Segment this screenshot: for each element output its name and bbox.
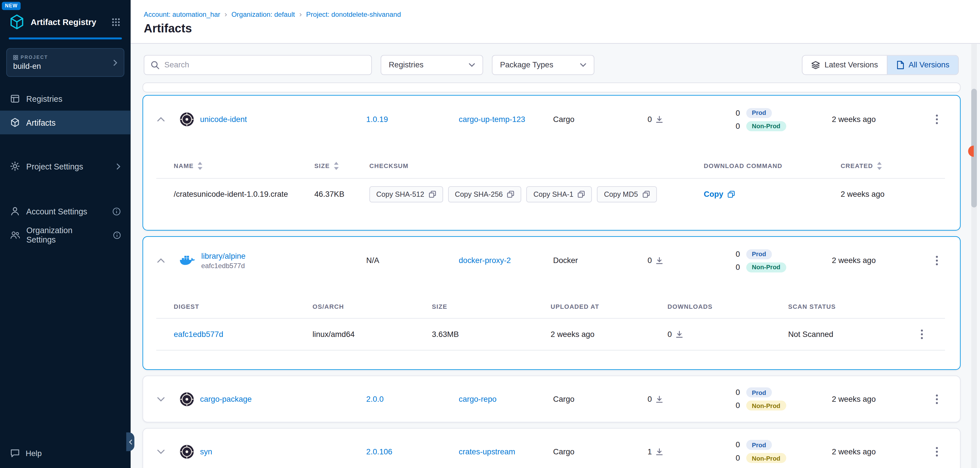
file-name: /cratesunicode-ident-1.0.19.crate <box>173 190 314 199</box>
row-menu-button[interactable] <box>929 391 945 407</box>
help-label: Help <box>25 449 42 458</box>
chevron-left-icon <box>129 439 132 445</box>
column-header-scan-status: SCAN STATUS <box>788 303 914 310</box>
search-box <box>144 55 372 75</box>
row-menu-button[interactable] <box>929 111 945 127</box>
prod-badge: Prod <box>746 440 772 450</box>
sidebar-item-organization-settings[interactable]: Organization Settings <box>0 223 131 247</box>
registries-filter-dropdown[interactable]: Registries <box>380 55 483 75</box>
artifact-name-link[interactable]: syn <box>200 447 212 456</box>
sidebar-item-artifacts[interactable]: Artifacts <box>0 111 131 134</box>
breadcrumb-account[interactable]: Account: automation_har <box>144 11 220 18</box>
copy-button-label: Copy MD5 <box>604 191 638 198</box>
breadcrumb-organization[interactable]: Organization: default <box>231 11 295 18</box>
version-row: eafc1edb577d linux/amd64 3.63MB 2 weeks … <box>156 318 945 350</box>
expand-row-button[interactable] <box>143 396 171 401</box>
collapse-row-button[interactable] <box>143 258 171 263</box>
artifact-registry-link[interactable]: crates-upstream <box>459 447 553 456</box>
all-versions-button[interactable]: All Versions <box>887 56 958 75</box>
help-button[interactable]: Help <box>10 449 42 458</box>
digest-link[interactable]: eafc1edb577d <box>173 330 312 339</box>
column-header-checksum: CHECKSUM <box>369 162 704 169</box>
row-menu-button[interactable] <box>929 443 945 460</box>
main-content: Account: automation_har › Organization: … <box>131 0 980 468</box>
expand-row-button[interactable] <box>143 449 171 454</box>
cargo-icon <box>179 112 194 127</box>
artifact-download-count: 1 <box>648 447 652 456</box>
column-header-label: DOWNLOADS <box>668 303 713 310</box>
package-types-filter-dropdown[interactable]: Package Types <box>492 55 595 75</box>
kebab-menu-icon <box>935 114 938 124</box>
toolbar: Registries Package Types Latest Versions <box>131 44 980 75</box>
artifact-registry-link[interactable]: cargo-up-temp-123 <box>459 115 553 124</box>
breadcrumb-project[interactable]: Project: donotdelete-shivanand <box>306 11 401 18</box>
info-icon[interactable] <box>113 231 121 239</box>
breadcrumb: Account: automation_har › Organization: … <box>144 11 980 18</box>
file-row: /cratesunicode-ident-1.0.19.crate 46.37K… <box>156 178 945 202</box>
artifact-card-cargo-package: cargo-package 2.0.0 cargo-repo Cargo 0 0 <box>142 376 960 422</box>
project-selector[interactable]: PROJECT build-en <box>6 48 124 77</box>
column-header-uploaded-at: UPLOADED AT <box>550 303 667 310</box>
sidebar-item-account-settings[interactable]: Account Settings <box>0 199 131 223</box>
os-arch-value: linux/amd64 <box>312 330 432 339</box>
copy-sha256-button[interactable]: Copy SHA-256 <box>448 186 522 202</box>
chevron-down-icon <box>469 63 475 67</box>
artifact-registry-link[interactable]: cargo-repo <box>459 395 553 403</box>
module-grid-icon[interactable] <box>111 17 121 26</box>
artifact-card-syn: syn 2.0.106 crates-upstream Cargo 1 0 <box>142 428 960 468</box>
organization-icon <box>10 230 20 240</box>
cargo-icon <box>179 444 194 459</box>
chevron-right-icon <box>113 59 118 66</box>
column-header-name[interactable]: NAME <box>173 162 314 170</box>
column-header-created[interactable]: CREATED <box>841 162 945 170</box>
copy-download-command-button[interactable]: Copy <box>704 190 841 199</box>
column-header-size[interactable]: SIZE <box>314 162 369 170</box>
cargo-icon <box>179 392 194 407</box>
registries-icon <box>10 94 20 104</box>
partially-scrolled-card <box>142 83 960 92</box>
artifact-download-count: 0 <box>648 115 652 124</box>
download-icon <box>656 257 663 264</box>
artifact-download-count: 0 <box>648 256 652 265</box>
artifact-name-link[interactable]: unicode-ident <box>200 115 247 124</box>
row-menu-button[interactable] <box>914 326 930 342</box>
artifact-version-link[interactable]: 2.0.0 <box>366 395 459 403</box>
column-header-label: UPLOADED AT <box>550 303 599 310</box>
copy-sha512-button[interactable]: Copy SHA-512 <box>369 186 443 202</box>
prod-badge: Prod <box>746 108 772 118</box>
versions-view-toggle: Latest Versions All Versions <box>802 55 959 75</box>
artifact-registry-link[interactable]: docker-proxy-2 <box>459 256 553 265</box>
artifact-card-library-alpine: library/alpine eafc1edb577d N/A docker-p… <box>142 236 960 370</box>
page-title: Artifacts <box>144 22 980 35</box>
artifact-registry-logo-icon <box>9 14 25 30</box>
search-icon <box>151 60 159 69</box>
artifact-name-link[interactable]: library/alpine <box>201 252 245 261</box>
row-menu-button[interactable] <box>929 253 945 269</box>
artifact-version-link[interactable]: 2.0.106 <box>366 447 459 456</box>
search-input[interactable] <box>164 60 365 69</box>
sort-icon <box>197 162 203 170</box>
column-header-label: DOWNLOAD COMMAND <box>704 162 782 169</box>
uploaded-at-value: 2 weeks ago <box>550 330 667 339</box>
info-icon[interactable] <box>113 207 121 215</box>
file-created: 2 weeks ago <box>841 190 945 199</box>
latest-versions-label: Latest Versions <box>824 60 878 69</box>
column-header-digest: DIGEST <box>173 303 312 310</box>
copy-md5-button[interactable]: Copy MD5 <box>597 186 657 202</box>
breadcrumb-separator: › <box>299 11 302 18</box>
sidebar-item-registries[interactable]: Registries <box>0 87 131 111</box>
sidebar-collapse-button[interactable] <box>126 433 134 451</box>
sidebar-item-label: Organization Settings <box>26 226 100 244</box>
collapse-row-button[interactable] <box>143 117 171 122</box>
chat-icon <box>10 449 20 458</box>
artifact-version-link[interactable]: 1.0.19 <box>366 115 459 124</box>
copy-sha1-button[interactable]: Copy SHA-1 <box>527 186 592 202</box>
latest-versions-button[interactable]: Latest Versions <box>803 56 887 75</box>
column-header-label: OS/ARCH <box>312 303 344 310</box>
prod-badge: Prod <box>746 249 772 259</box>
download-icon <box>676 331 683 338</box>
column-header-size: SIZE <box>432 303 550 310</box>
artifact-name-link[interactable]: cargo-package <box>200 395 252 403</box>
sidebar-item-project-settings[interactable]: Project Settings <box>0 154 131 178</box>
artifact-download-count: 0 <box>648 395 652 403</box>
